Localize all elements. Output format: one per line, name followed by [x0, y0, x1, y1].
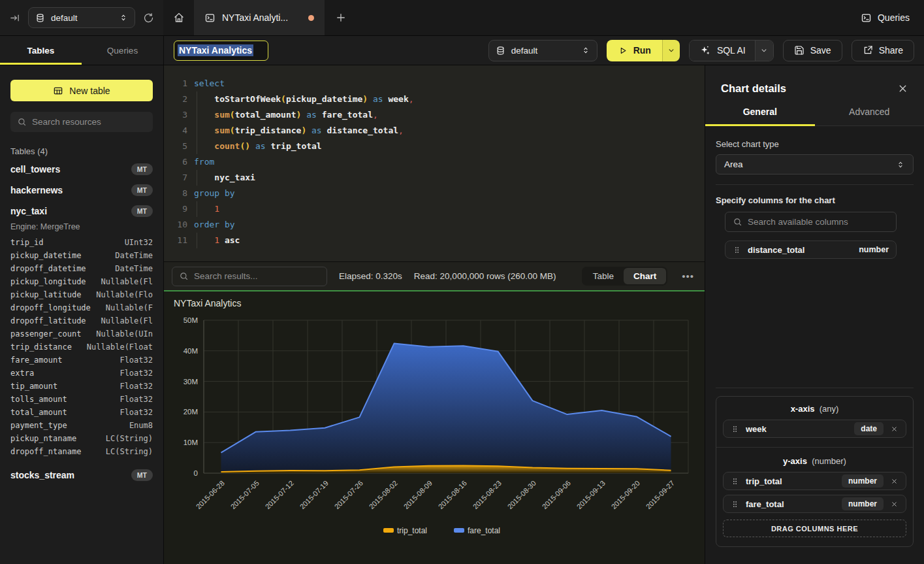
legend-item-trip_total[interactable]: trip_total: [383, 526, 427, 535]
tab-tables[interactable]: Tables: [0, 36, 82, 65]
drag-handle-icon[interactable]: [731, 500, 739, 508]
drag-handle-icon[interactable]: [731, 425, 739, 433]
column-row-trip_distance: trip_distanceNullable(Float: [10, 340, 153, 354]
sql-ai-options-button[interactable]: [755, 41, 773, 61]
sql-ai-button-label: SQL AI: [717, 45, 746, 56]
resource-search-input[interactable]: [32, 117, 146, 127]
collapse-sidebar-icon[interactable]: [9, 12, 20, 24]
sidebar-table-nyc_taxi[interactable]: nyc_taxiMT: [10, 201, 153, 222]
refresh-icon[interactable]: [143, 12, 154, 24]
indent-guide: [197, 91, 197, 107]
chart-area: NYTaxi Analytics 010M20M30M40M50M2015-06…: [164, 291, 705, 564]
sql-editor[interactable]: 1select2 toStartOfWeek(pickup_datetime) …: [164, 65, 705, 261]
share-button[interactable]: Share: [852, 40, 914, 61]
chart-svg: 010M20M30M40M50M2015-06-282015-07-052015…: [164, 291, 705, 564]
database-selector-top[interactable]: default: [28, 7, 135, 28]
view-toggle-chart[interactable]: Chart: [624, 268, 666, 284]
sql-ai-split-button: SQL AI: [689, 40, 774, 61]
code-line-3: 3 sum(total_amount) as fare_total,: [169, 107, 705, 123]
chart-type-select[interactable]: Area: [716, 154, 914, 174]
query-title-value: NYTaxi Analytics: [178, 44, 253, 56]
column-row-tip_amount: tip_amountFloat32: [10, 380, 153, 393]
share-icon: [863, 45, 873, 56]
new-tab-button[interactable]: [325, 0, 357, 35]
chip-column-type: number: [842, 497, 884, 510]
drag-handle-icon[interactable]: [731, 477, 739, 486]
sidebar-table-cell_towers[interactable]: cell_towersMT: [10, 159, 153, 180]
line-number: 10: [169, 217, 187, 233]
column-row-dropoff_longitude: dropoff_longitudeNullable(F: [10, 301, 153, 314]
close-icon[interactable]: [897, 83, 908, 94]
engine-badge: MT: [131, 469, 153, 481]
line-number: 9: [169, 201, 187, 217]
tables-section-header: Tables (4): [10, 146, 153, 156]
svg-text:10M: 10M: [183, 439, 198, 446]
code-line-6: 6from: [169, 154, 705, 170]
table-name: hackernews: [10, 185, 63, 195]
unsaved-changes-dot: [308, 15, 314, 21]
chevrons-up-down-icon: [581, 46, 590, 55]
save-button[interactable]: Save: [783, 40, 842, 61]
tab-queries[interactable]: Queries: [82, 36, 163, 65]
run-options-button[interactable]: [662, 40, 680, 61]
x-tick-label: 2015-07-05: [229, 479, 261, 510]
drag-columns-drop-zone[interactable]: DRAG COLUMNS HERE: [723, 520, 906, 537]
chip-column-type: date: [854, 422, 884, 435]
panel-tab-general[interactable]: General: [705, 107, 815, 125]
panel-tab-advanced[interactable]: Advanced: [815, 107, 924, 125]
legend-item-fare_total[interactable]: fare_total: [454, 526, 500, 535]
read-stat: Read: 20,000,000 rows (260.00 MB): [414, 271, 556, 281]
chart-type-label: Select chart type: [716, 139, 914, 149]
specify-columns-label: Specify columns for the chart: [716, 195, 914, 205]
y-axis-chips: trip_totalnumberfare_totalnumber: [723, 472, 906, 513]
table-icon: [53, 86, 63, 96]
column-chip-fare_total[interactable]: fare_totalnumber: [723, 495, 906, 513]
tab-nytaxi-analytics[interactable]: NYTaxi Analyti...: [194, 0, 325, 35]
run-button[interactable]: Run: [607, 40, 662, 61]
column-chip-trip_total[interactable]: trip_totalnumber: [723, 472, 906, 490]
queries-button[interactable]: Queries: [846, 0, 924, 35]
drag-handle-icon[interactable]: [733, 246, 741, 254]
query-title-input[interactable]: NYTaxi Analytics: [174, 41, 268, 61]
line-number: 8: [169, 186, 187, 201]
database-selector-toolbar[interactable]: default: [488, 40, 597, 61]
results-search: [172, 267, 327, 286]
share-button-label: Share: [879, 45, 903, 56]
code-line-2: 2 toStartOfWeek(pickup_datetime) as week…: [169, 91, 705, 107]
code-line-1: 1select: [169, 76, 705, 91]
line-number: 1: [169, 76, 187, 91]
queries-button-label: Queries: [878, 12, 910, 23]
run-button-label: Run: [633, 45, 651, 56]
x-tick-label: 2015-09-20: [610, 479, 641, 510]
tab-strip: NYTaxi Analyti... Queries: [163, 0, 924, 35]
query-toolbar: NYTaxi Analytics default Run: [163, 36, 924, 65]
area-fare_total: [221, 344, 671, 473]
results-more-icon[interactable]: •••: [679, 271, 697, 282]
indent-guide: [197, 170, 197, 186]
column-row-pickup_ntaname: pickup_ntanameLC(String): [10, 432, 153, 445]
elapsed-stat: Elapsed: 0.320s: [339, 271, 402, 281]
home-button[interactable]: [163, 0, 194, 35]
view-toggle-table[interactable]: Table: [583, 268, 624, 284]
y-axis-header: y-axis (number): [723, 456, 906, 466]
queries-console-icon: [861, 12, 872, 24]
results-toolbar: Elapsed: 0.320s Read: 20,000,000 rows (2…: [164, 261, 705, 290]
search-icon: [17, 117, 27, 127]
remove-column-icon[interactable]: [890, 477, 899, 486]
column-chip-distance_total[interactable]: distance_totalnumber: [725, 241, 897, 259]
column-chip-week[interactable]: weekdate: [723, 420, 906, 438]
chevrons-up-down-icon: [896, 160, 905, 169]
code-line-5: 5 count() as trip_total: [169, 139, 705, 154]
results-search-input[interactable]: [194, 271, 320, 281]
new-table-button[interactable]: New table: [10, 80, 153, 101]
sidebar-table-stocks_stream[interactable]: stocks_streamMT: [10, 465, 153, 486]
x-tick-label: 2015-06-28: [195, 479, 226, 510]
chevron-down-icon: [667, 46, 676, 55]
remove-column-icon[interactable]: [890, 425, 899, 433]
column-search-input[interactable]: [748, 217, 889, 227]
console-tab-icon: [204, 12, 215, 24]
remove-column-icon[interactable]: [890, 500, 899, 508]
indent-guide: [197, 107, 197, 123]
sql-ai-button[interactable]: SQL AI: [690, 41, 755, 61]
sidebar-table-hackernews[interactable]: hackernewsMT: [10, 180, 153, 201]
